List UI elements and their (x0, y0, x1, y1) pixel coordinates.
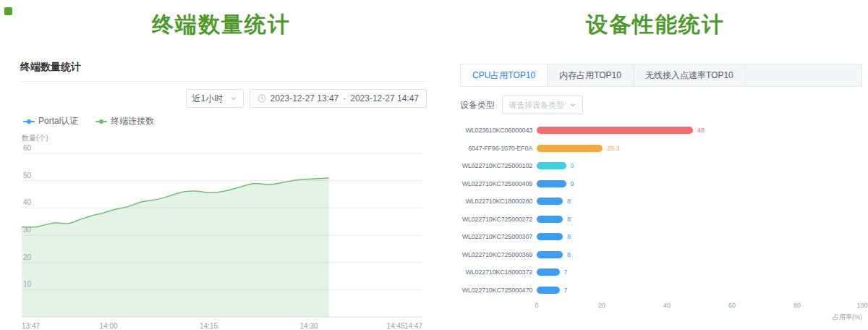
bar-row: WL022710KC7250001029 (460, 157, 862, 175)
x-axis-title: 占用率(%) (537, 313, 862, 322)
svg-text:10: 10 (23, 280, 32, 288)
terminal-count-panel: 终端数量统计 近1小时 2023-12-27 13:47 - 2023-12-2… (20, 61, 427, 330)
x-tick-label: 40 (663, 302, 671, 309)
bar-row: WL022710KC180002808 (460, 192, 862, 211)
bar-category-label: 6047-FF96-1070-EF0A (460, 145, 532, 152)
date-start: 2023-12-27 13:47 (271, 93, 339, 103)
x-tick-label: 100 (856, 302, 867, 309)
bar (537, 145, 603, 152)
bar-category-label: WL022710KC725000307 (460, 233, 532, 240)
bar-track: 9 (537, 175, 862, 193)
bar-track: 7 (537, 282, 862, 300)
legend-label: Portal认证 (38, 115, 78, 127)
chevron-down-icon (230, 95, 237, 102)
x-tick-label: 0 (535, 302, 538, 309)
bar (537, 180, 566, 187)
device-type-row: 设备类型 请选择设备类型 (460, 96, 583, 114)
panel-header: 终端数量统计 (20, 61, 427, 82)
bar-value-label: 48 (697, 127, 705, 134)
bar (537, 216, 563, 223)
bar-axis: 020406080100 占用率(%) (460, 302, 862, 322)
bar-value-label: 9 (571, 162, 574, 169)
bar-track: 8 (537, 228, 862, 246)
bar-row: WL022710KC7250004707 (460, 282, 862, 300)
performance-tabs: CPU占用TOP10 内存占用TOP10 无线接入点速率TOP10 (460, 64, 862, 87)
svg-text:50: 50 (23, 172, 32, 179)
svg-text:14:00: 14:00 (99, 322, 117, 330)
x-tick-label: 20 (598, 302, 605, 309)
bar-track: 8 (537, 246, 862, 264)
bar (537, 268, 560, 276)
device-performance-section: 设备性能统计 CPU占用TOP10 内存占用TOP10 无线接入点速率TOP10… (443, 0, 868, 330)
y-axis-title: 数量(个) (22, 133, 427, 143)
dashboard: 终端数量统计 终端数量统计 近1小时 2023-12-27 13:47 - 20… (0, 0, 868, 330)
bar-row: WL022710KC7250002728 (460, 211, 862, 229)
bar-category-label: WL022710KC725000272 (460, 216, 532, 223)
bar-value-label: 7 (564, 268, 568, 276)
bar-row: WL022710KC7250003698 (460, 246, 862, 264)
tab-memory-top10[interactable]: 内存占用TOP10 (548, 64, 634, 86)
line-series-icon (95, 119, 107, 124)
bar-row: WL023610KC0600004348 (460, 122, 862, 140)
bar (537, 162, 566, 169)
bar-value-label: 7 (564, 287, 568, 294)
x-tick-label: 80 (793, 302, 801, 309)
bar-track: 8 (537, 211, 862, 229)
section-title-terminal-count: 终端数量统计 (0, 10, 443, 40)
device-type-select[interactable]: 请选择设备类型 (502, 96, 583, 114)
device-type-label: 设备类型 (460, 99, 495, 111)
bar-row: WL022710KC7250004099 (460, 175, 862, 193)
svg-text:60: 60 (23, 145, 32, 152)
svg-text:30: 30 (23, 226, 32, 234)
bar-category-label: WL022710KC18000372 (460, 268, 532, 276)
bar-track: 7 (537, 263, 862, 282)
chevron-down-icon (569, 101, 576, 109)
time-range-select[interactable]: 近1小时 (186, 89, 244, 108)
bar-track: 20.3 (537, 140, 862, 158)
bar-value-label: 8 (567, 198, 571, 205)
device-type-placeholder: 请选择设备类型 (509, 100, 564, 111)
bar-track: 48 (537, 122, 862, 140)
line-series-icon (23, 119, 35, 124)
date-end: 2023-12-27 14:47 (350, 93, 419, 103)
cpu-top10-bar-chart: WL023610KC06000043486047-FF96-1070-EF0A2… (460, 122, 862, 322)
legend-item-terminal-connections[interactable]: 终端连接数 (95, 115, 154, 127)
bar-value-label: 8 (567, 233, 571, 240)
bar-value-label: 20.3 (607, 145, 620, 152)
bar-track: 8 (537, 192, 862, 211)
legend-item-portal-auth[interactable]: Portal认证 (23, 115, 78, 127)
time-range-value: 近1小时 (192, 93, 224, 105)
legend-label: 终端连接数 (111, 115, 154, 127)
bar-row: 6047-FF96-1070-EF0A20.3 (460, 140, 862, 158)
bar-category-label: WL023610KC06000043 (460, 127, 532, 134)
bar-rows: WL023610KC06000043486047-FF96-1070-EF0A2… (460, 122, 862, 299)
bar-category-label: WL022710KC18000280 (460, 198, 532, 205)
date-range-picker[interactable]: 2023-12-27 13:47 - 2023-12-27 14:47 (250, 89, 427, 108)
bar-category-label: WL022710KC725000470 (460, 287, 532, 294)
tab-ap-rate-top10[interactable]: 无线接入点速率TOP10 (634, 64, 746, 86)
bar (537, 233, 563, 240)
bar (537, 287, 560, 294)
svg-text:14:45: 14:45 (387, 322, 405, 330)
bar-category-label: WL022710KC725000369 (460, 251, 532, 258)
chart-legend: Portal认证 终端连接数 (20, 115, 427, 127)
clock-icon (258, 94, 266, 103)
tab-cpu-top10[interactable]: CPU占用TOP10 (461, 64, 548, 86)
terminal-count-section: 终端数量统计 终端数量统计 近1小时 2023-12-27 13:47 - 20… (0, 0, 443, 330)
bar-category-label: WL022710KC725000409 (460, 180, 532, 187)
svg-text:20: 20 (23, 253, 32, 261)
svg-text:13:47: 13:47 (22, 322, 40, 330)
bar (537, 251, 563, 258)
panel-title: 终端数量统计 (20, 61, 81, 72)
bar-value-label: 8 (567, 251, 571, 258)
bar-row: WL022710KC7250003078 (460, 228, 862, 246)
x-tick-label: 60 (728, 302, 736, 309)
date-separator: - (343, 93, 346, 103)
bar-row: WL022710KC180003727 (460, 263, 862, 282)
bar (537, 127, 693, 134)
svg-text:40: 40 (23, 198, 32, 206)
bar-track: 9 (537, 157, 862, 175)
bar-value-label: 8 (567, 216, 571, 223)
bar-value-label: 9 (571, 180, 574, 187)
section-title-device-performance: 设备性能统计 (443, 10, 868, 40)
